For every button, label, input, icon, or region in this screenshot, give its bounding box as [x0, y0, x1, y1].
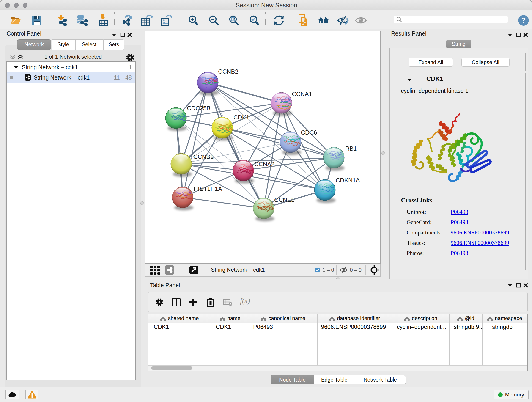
svg-text:HIST1H1A: HIST1H1A	[194, 185, 222, 192]
svg-text:CCNB1: CCNB1	[193, 153, 214, 160]
svg-text:CCNB2: CCNB2	[218, 68, 238, 75]
svg-text:?: ?	[521, 16, 526, 24]
svg-text:CCNA1: CCNA1	[292, 90, 312, 97]
svg-text:CDK1: CDK1	[234, 114, 249, 121]
svg-text:CDC6: CDC6	[301, 129, 317, 136]
svg-text:RB1: RB1	[345, 145, 357, 152]
svg-text:CDKN1A: CDKN1A	[336, 177, 360, 184]
svg-text:CDC25B: CDC25B	[187, 105, 210, 112]
svg-text:CCNE1: CCNE1	[274, 196, 294, 203]
svg-text:CCNA2: CCNA2	[254, 161, 274, 167]
